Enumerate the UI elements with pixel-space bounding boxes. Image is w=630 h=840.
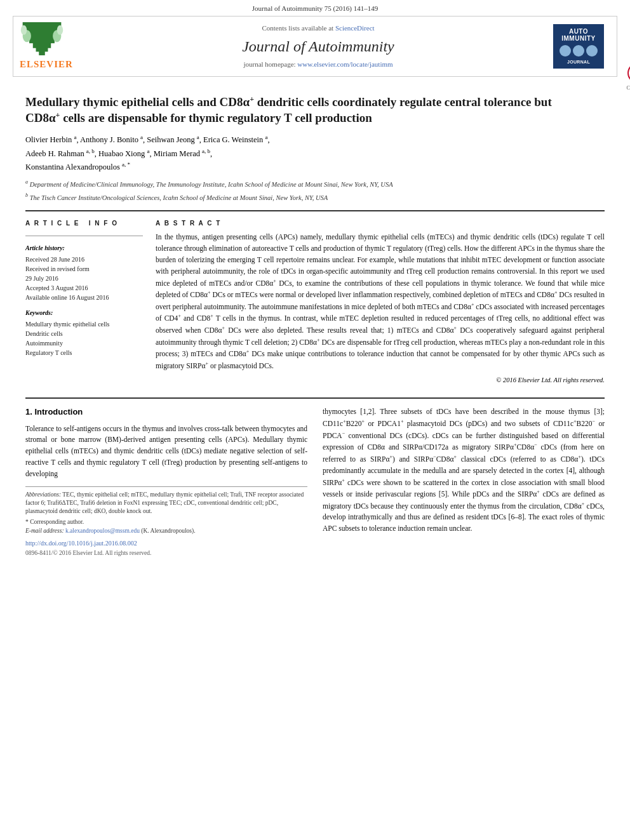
footnote-divider: Abbreviations: TEC, thymic epithelial ce… <box>25 486 307 535</box>
autoimmunity-logo: AUTOIMMUNITY JOURNAL <box>553 24 604 69</box>
abstract-heading: A B S T R A C T <box>156 219 605 228</box>
email-link[interactable]: k.alexandropoulos@mssm.edu <box>65 528 140 534</box>
article-info-abstract-columns: A R T I C L E I N F O Article history: R… <box>25 219 605 385</box>
keywords-label: Keywords: <box>25 309 143 317</box>
issn-line: 0896-8411/© 2016 Elsevier Ltd. All right… <box>25 549 307 557</box>
svg-point-9 <box>57 25 63 35</box>
section-divider-top <box>25 210 605 211</box>
introduction-left-text: Tolerance to self-antigens occurs in the… <box>25 423 307 480</box>
copyright-line: © 2016 Elsevier Ltd. All rights reserved… <box>156 376 605 385</box>
introduction-right-text: thymocytes [1,2]. Three subsets of tDCs … <box>323 406 605 535</box>
crossmark-badge-area[interactable]: ✓ CrossMark <box>626 63 630 91</box>
logo-title-text: AUTOIMMUNITY <box>561 28 595 42</box>
article-title: Medullary thymic epithelial cells and CD… <box>25 95 605 126</box>
article-info-heading: A R T I C L E I N F O <box>25 219 143 228</box>
affiliation-b: b The Tisch Cancer Institute/Oncological… <box>25 192 605 203</box>
keyword-4: Regulatory T cells <box>25 348 143 357</box>
abstract-column: A B S T R A C T In the thymus, antigen p… <box>156 219 605 385</box>
journal-display-title: Journal of Autoimmunity <box>83 36 553 58</box>
svg-point-8 <box>21 25 27 35</box>
logo-decoration <box>560 45 598 57</box>
available-date: Available online 16 August 2016 <box>25 293 143 302</box>
journal-reference: Journal of Autoimmunity 75 (2016) 141–14… <box>0 0 630 16</box>
keyword-2: Dendritic cells <box>25 329 143 338</box>
detected-in-text: detected in <box>499 467 532 474</box>
doi-line[interactable]: http://dx.doi.org/10.1016/j.jaut.2016.08… <box>25 539 307 548</box>
history-label: Article history: <box>25 244 143 253</box>
info-divider <box>25 236 143 236</box>
received-revised-label: Received in revised form <box>25 265 143 274</box>
logo-journal-text: JOURNAL <box>567 59 590 65</box>
crossmark-label: CrossMark <box>626 84 630 91</box>
abbreviations-text: Abbreviations: TEC, thymic epithelial ce… <box>25 491 307 516</box>
elsevier-tree-icon <box>20 22 64 57</box>
main-content-area: Medullary thymic epithelial cells and CD… <box>0 77 630 570</box>
contents-available-line: Contents lists available at ScienceDirec… <box>83 23 553 33</box>
abstract-body: In the thymus, antigen presenting cells … <box>156 232 605 371</box>
svg-rect-5 <box>23 22 62 30</box>
keyword-3: Autoimmunity <box>25 338 143 348</box>
journal-logo-area: AUTOIMMUNITY JOURNAL <box>553 24 610 69</box>
homepage-line: journal homepage: www.elsevier.com/locat… <box>83 60 553 69</box>
accepted-date: Accepted 3 August 2016 <box>25 284 143 293</box>
corresponding-author-note: * Corresponding author. <box>25 518 307 526</box>
journal-homepage-link[interactable]: www.elsevier.com/locate/jautimm <box>297 60 392 68</box>
sciencedirect-link[interactable]: ScienceDirect <box>335 24 375 32</box>
keyword-1: Medullary thymic epithelial cells <box>25 319 143 329</box>
elsevier-brand-text: ELSEVIER <box>20 58 73 71</box>
elsevier-logo-area: ELSEVIER <box>20 22 83 71</box>
introduction-section: 1. Introduction Tolerance to self-antige… <box>25 397 605 557</box>
email-address-line: E-mail address: k.alexandropoulos@mssm.e… <box>25 527 307 535</box>
introduction-left-col: 1. Introduction Tolerance to self-antige… <box>25 406 307 557</box>
received-revised-date: 29 July 2016 <box>25 274 143 283</box>
article-info-column: A R T I C L E I N F O Article history: R… <box>25 219 143 385</box>
introduction-right-col: thymocytes [1,2]. Three subsets of tDCs … <box>323 406 605 557</box>
crossmark-circle: ✓ <box>627 63 630 83</box>
introduction-heading: 1. Introduction <box>25 406 307 418</box>
authors-line: Olivier Herbin a, Anthony J. Bonito a, S… <box>25 133 605 173</box>
introduction-columns: 1. Introduction Tolerance to self-antige… <box>25 406 605 557</box>
received-date: Received 28 June 2016 <box>25 255 143 264</box>
affiliation-a: a Department of Medicine/Clinical Immuno… <box>25 178 605 189</box>
journal-header: ELSEVIER Contents lists available at Sci… <box>13 16 617 77</box>
journal-header-center: Contents lists available at ScienceDirec… <box>83 23 553 69</box>
